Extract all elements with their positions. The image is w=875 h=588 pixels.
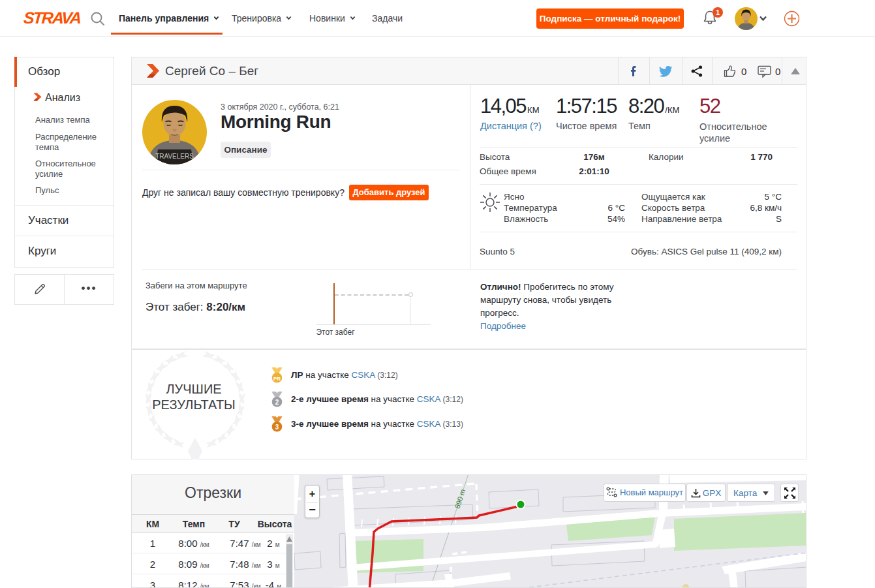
svg-text:PR: PR: [273, 376, 281, 382]
svg-text:2: 2: [275, 399, 279, 406]
svg-text:TRAVELERS: TRAVELERS: [155, 153, 194, 160]
svg-text:3: 3: [275, 424, 279, 431]
